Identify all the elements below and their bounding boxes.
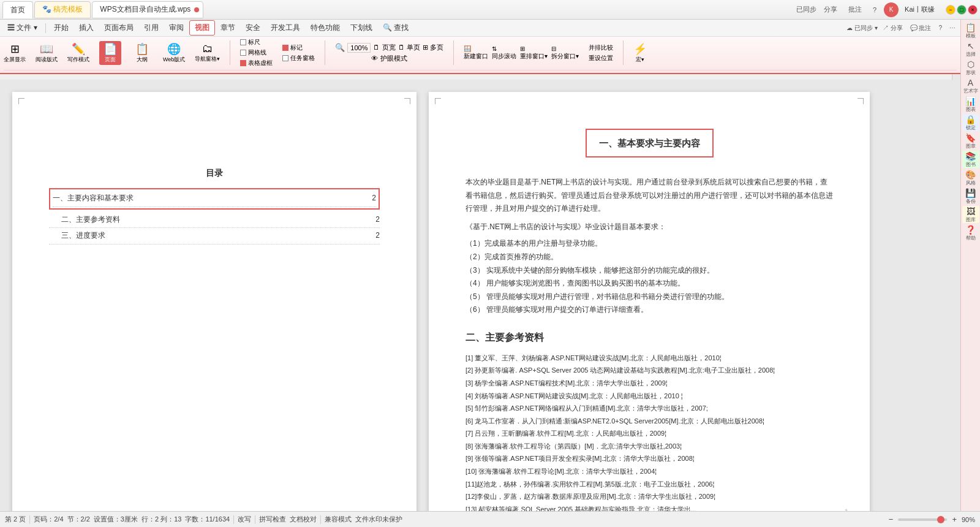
close-button[interactable]: × <box>968 5 978 15</box>
status-zoom-pct[interactable]: 90% <box>962 516 975 523</box>
sidebar-gallery[interactable]: 🖼 图库 <box>962 206 979 223</box>
menu-security[interactable]: 安全 <box>241 21 265 35</box>
zoom-percent[interactable]: 100% <box>347 43 371 53</box>
page-width-btn[interactable]: 🗒 页宽 <box>373 43 395 52</box>
web-btn[interactable]: 🌐 Web版式 <box>163 42 185 64</box>
status-right: − + 90% <box>889 515 975 524</box>
eye-mode-btn[interactable]: 👁 护眼模式 <box>371 54 407 63</box>
checkbox-gridlines[interactable]: 网格线 <box>240 48 273 57</box>
status-spell[interactable]: 拼写检查 <box>259 515 286 524</box>
menu-view[interactable]: 视图 <box>189 20 215 36</box>
sidebar-help[interactable]: ❓ 帮助 <box>962 224 979 241</box>
ribbon-sep-2 <box>325 40 325 65</box>
menu-ref[interactable]: 引用 <box>139 21 164 35</box>
username: Kai丨联缘 <box>902 5 937 14</box>
status-zoom-out[interactable]: − <box>889 515 894 524</box>
reading-btn[interactable]: 📖 阅读版式 <box>36 42 58 64</box>
req-header: 《基于.NET网上书店的设计与实现》毕业设计题目基本要求： <box>466 221 833 234</box>
ref-3: [3] 杨学全编著.ASP.NET编程技术[M].北京：清华大学出版社，2009… <box>466 378 833 389</box>
toc-row-2[interactable]: 二、主要参考资料 2 <box>49 212 380 229</box>
macro-btn[interactable]: ⚡ <box>633 42 647 56</box>
view-options: 标尺 网格线 表格虚框 <box>240 38 273 67</box>
more-btn[interactable]: ⋯ <box>947 25 958 31</box>
menu-insert[interactable]: 插入 <box>74 21 99 35</box>
ref-8: [8] 张海藩编著.软件工程导论（第四版）[M]．北京:清华大学出版社,2003… <box>466 441 833 452</box>
menu-devtools[interactable]: 开发工具 <box>266 21 305 35</box>
minimize-button[interactable]: − <box>946 5 956 15</box>
single-page-btn[interactable]: 🗒 单页 <box>398 43 420 52</box>
status-mode[interactable]: 改写 <box>238 515 251 524</box>
menu-chapter[interactable]: 章节 <box>216 21 240 35</box>
status-sep-2 <box>233 515 234 524</box>
menu-find[interactable]: 🔍 查找 <box>378 21 413 35</box>
status-docverify[interactable]: 文档校对 <box>290 515 317 524</box>
menu-home[interactable]: 开始 <box>49 21 74 35</box>
status-compat: 兼容模式 <box>325 515 352 524</box>
zoom-control[interactable]: 🔍 <box>335 43 345 52</box>
toc-label-1: 一、主要内容和基本要求 <box>53 192 134 205</box>
cb-task <box>282 55 288 61</box>
menu-file[interactable]: ☰ 文件 ▾ <box>2 21 42 35</box>
status-sep-4 <box>320 515 321 524</box>
checkbox-ruler[interactable]: 标尺 <box>240 38 273 47</box>
tab-template[interactable]: 🐾 稿壳模板 <box>34 1 91 18</box>
writing-btn[interactable]: ✏️ 写作模式 <box>67 42 89 64</box>
maximize-button[interactable]: □ <box>957 5 967 15</box>
sync-scroll-btn[interactable]: ⇅同步滚动 <box>492 45 516 61</box>
fullscreen-btn[interactable]: ⊞ 全屏显示 <box>4 42 26 64</box>
new-window-btn[interactable]: 🪟新建窗口 <box>464 45 488 61</box>
tab-home-label: 首页 <box>10 5 25 15</box>
reset-pos-btn[interactable]: 重设位置 <box>589 54 613 63</box>
sidebar-select[interactable]: ↖ 选择 <box>962 40 979 58</box>
status-settings: 设置值：3厘米 <box>94 515 138 524</box>
title-actions: 已同步 分享 批注 ? K Kai丨联缘 − □ × <box>796 2 978 17</box>
zoom-thumb[interactable] <box>937 516 944 523</box>
sidebar-art[interactable]: A 艺术字 <box>962 77 979 94</box>
nav-pane-btn[interactable]: 🗂 导航窗格▾ <box>195 42 220 63</box>
section2-title: 二、主要参考资料 <box>466 329 833 347</box>
sidebar-template[interactable]: 📋 模板 <box>962 22 979 39</box>
page-left-content: 目录 一、主要内容和基本要求 2 二、主要参考资料 2 三、进度要求 <box>12 92 417 269</box>
zoom-slider[interactable] <box>898 518 947 521</box>
menu-layout[interactable]: 页面布局 <box>99 21 138 35</box>
sidebar-backup[interactable]: 💾 备份 <box>962 188 979 205</box>
share-btn[interactable]: 分享 <box>820 4 841 15</box>
sidebar-lock[interactable]: 🔒 锁定 <box>962 114 979 131</box>
outline-btn[interactable]: 📋 大纲 <box>131 42 153 64</box>
sidebar-chart[interactable]: 📊 图表 <box>962 96 979 113</box>
help-btn[interactable]: ? <box>869 5 880 15</box>
toc-row-1[interactable]: 一、主要内容和基本要求 2 <box>53 191 376 207</box>
user-avatar[interactable]: K <box>884 2 899 17</box>
multi-page-btn[interactable]: ⊞ 多页 <box>423 43 443 52</box>
compare-btn[interactable]: 并排比较 <box>589 44 613 52</box>
menu-review[interactable]: 审阅 <box>164 21 189 35</box>
cloud-share[interactable]: ↗ 分享 <box>880 24 905 32</box>
checkbox-marks[interactable]: 标记 <box>282 44 315 52</box>
statusbar: 第 2 页 页码：2/4 节：2/2 设置值：3厘米 行：2 列：13 字数：1… <box>0 511 980 527</box>
sidebar-stamp[interactable]: 🔖 图章 <box>962 132 979 150</box>
menu-special[interactable]: 特色功能 <box>306 21 345 35</box>
ribbon-sep-1 <box>230 40 230 65</box>
checkbox-taskpane[interactable]: 任务窗格 <box>282 54 315 63</box>
cloud-sync[interactable]: ☁ 已同步 ▾ <box>846 24 878 32</box>
split-btn[interactable]: ⊟拆分窗口▾ <box>551 45 579 61</box>
tab-home[interactable]: 首页 <box>2 1 33 18</box>
cloud-help[interactable]: ? <box>936 25 944 31</box>
checkbox-table-border[interactable]: 表格虚框 <box>240 59 273 67</box>
status-zoom-in[interactable]: + <box>952 515 957 524</box>
cb-grid <box>240 50 246 56</box>
toc-row-3[interactable]: 三、进度要求 2 <box>49 228 380 245</box>
page-btn[interactable]: 📄 页面 <box>99 41 121 65</box>
ref-9: [9] 张领等编著.ASP.NET项目开发全程实录[M].北京：清华大学出版社，… <box>466 453 833 464</box>
sidebar-book[interactable]: 📚 图书 <box>962 151 979 168</box>
toc-item-1: 一、主要内容和基本要求 2 <box>49 188 380 210</box>
sync-btn[interactable]: 已同步 <box>796 5 816 14</box>
tab-doc[interactable]: WPS文档目录自动生成.wps <box>92 1 203 18</box>
comment-btn[interactable]: 批注 <box>845 4 865 15</box>
rearrange-btn[interactable]: ⊞重排窗口▾ <box>520 45 548 61</box>
menu-underline[interactable]: 下划线 <box>345 21 377 35</box>
toc-page-2: 2 <box>375 213 380 227</box>
sidebar-shape[interactable]: ⬡ 形状 <box>962 59 979 76</box>
sidebar-style[interactable]: 🎨 风格 <box>962 169 979 186</box>
cloud-comment[interactable]: 💬 批注 <box>908 24 934 32</box>
